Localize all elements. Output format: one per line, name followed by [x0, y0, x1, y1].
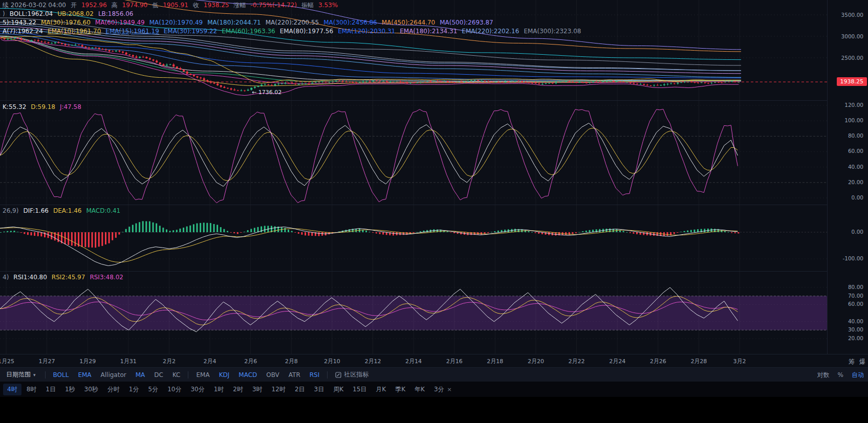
- indicator-alligator-button[interactable]: Alligator: [96, 371, 131, 379]
- header-token: A(7):1962.24: [3, 28, 43, 35]
- timeframe-10分[interactable]: 10分: [163, 384, 185, 395]
- timeframe-月K[interactable]: 月K: [372, 384, 390, 395]
- header-token: EMA(15):1961.19: [105, 28, 159, 35]
- header-token: RSI2:45.97: [52, 274, 85, 281]
- axis-tick-label: 0.00: [852, 229, 863, 235]
- timeframe-30分[interactable]: 30分: [186, 384, 208, 395]
- chip-distribution-toggle[interactable]: 筹: [849, 358, 855, 366]
- sub-indicator-rsi-button[interactable]: RSI: [305, 371, 324, 379]
- time-axis-label: 2月6: [238, 358, 263, 365]
- rsi-panel[interactable]: [0, 271, 827, 354]
- header-token: RSI3:48.02: [90, 274, 123, 281]
- header-token: 续 2026-03-02 04:00: [3, 2, 66, 9]
- scale-option-对数[interactable]: 对数: [817, 371, 830, 380]
- header-token: EMA(220):2202.16: [462, 28, 519, 35]
- indicator-ema-button[interactable]: EMA: [73, 371, 96, 379]
- timeframe-2时[interactable]: 2时: [229, 384, 247, 395]
- axis-tick-label: 20.00: [848, 335, 863, 341]
- header-token: EMA(300):2323.08: [524, 28, 581, 35]
- indicator-ma-button[interactable]: MA: [131, 371, 150, 379]
- header-row-boll: )BOLL:1962.04UB:2068.02LB:1856.06: [3, 10, 585, 18]
- rsi-header: 4)RSI1:40.80RSI2:45.97RSI3:48.02: [3, 273, 128, 282]
- header-token: 1905.91: [163, 2, 188, 9]
- timeframe-3分[interactable]: 3分: [430, 384, 448, 395]
- time-axis-label: 2月8: [279, 358, 303, 365]
- axis-tick-label: 70.00: [848, 293, 863, 299]
- timeframe-30秒[interactable]: 30秒: [80, 384, 102, 395]
- header-token: ): [3, 10, 5, 17]
- header-token: K:55.32: [3, 103, 26, 110]
- header-token: EMA(80):1977.56: [280, 28, 333, 35]
- header-token: 1938.25: [204, 2, 229, 9]
- header-token: EMA(180):2134.31: [400, 28, 457, 35]
- kdj-header: K:55.32D:59.18J:47.58: [3, 103, 86, 112]
- time-axis-label: 2月4: [198, 358, 222, 365]
- time-axis-label: 2月12: [361, 358, 385, 365]
- header-token: MA(120):1970.49: [149, 19, 203, 26]
- macd-header: 26,9)DIF:1.66DEA:1.46MACD:0.41: [3, 207, 125, 215]
- sub-indicator-atr-button[interactable]: ATR: [284, 371, 305, 379]
- kdj-panel[interactable]: [0, 100, 827, 205]
- header-token: EMA(60):1963.36: [222, 28, 275, 35]
- header-token: EMA(10):1961.70: [48, 28, 101, 35]
- indicator-dc-button[interactable]: DC: [149, 371, 168, 379]
- header-token: 1952.96: [81, 2, 107, 9]
- header-token: 5):1943.22: [3, 19, 36, 26]
- price-axis[interactable]: 1938.25 3500.003000.002500.00120.00100.0…: [827, 0, 868, 354]
- time-axis-label: 2月24: [605, 358, 630, 365]
- timeframe-1时[interactable]: 1时: [210, 384, 228, 395]
- axis-tick-label: 60.00: [848, 301, 863, 307]
- header-token: DEA:1.46: [53, 207, 82, 214]
- timeframe-分时[interactable]: 分时: [103, 384, 124, 395]
- timeframe-15日[interactable]: 15日: [349, 384, 371, 395]
- axis-tick-label: 120.00: [844, 102, 863, 108]
- sub-indicator-ema-button[interactable]: EMA: [191, 371, 214, 379]
- header-row-ma: 5):1943.22MA(30):1976.60MA(60):1949.49MA…: [3, 18, 585, 27]
- timeframe-3日[interactable]: 3日: [310, 384, 329, 395]
- axis-tick-label: -100.00: [842, 255, 863, 261]
- timeframe-2日[interactable]: 2日: [291, 384, 309, 395]
- timeframe-季K[interactable]: 季K: [391, 384, 409, 395]
- timeframe-年K[interactable]: 年K: [410, 384, 429, 395]
- community-indicators-button[interactable]: 社区指标: [331, 370, 373, 379]
- indicator-boll-button[interactable]: BOLL: [49, 371, 74, 379]
- timeframe-1日[interactable]: 1日: [41, 384, 60, 395]
- header-token: 1974.90: [122, 2, 148, 9]
- sub-indicator-kdj-button[interactable]: KDJ: [214, 371, 234, 379]
- header-token: UB:2068.02: [57, 10, 94, 17]
- timeframe-3时[interactable]: 3时: [248, 384, 267, 395]
- sub-indicator-obv-button[interactable]: OBV: [262, 371, 284, 379]
- time-axis-label: 1月31: [116, 358, 141, 365]
- close-timeframe-icon[interactable]: ×: [447, 386, 452, 393]
- header-token: 低: [152, 2, 158, 9]
- timeframe-4时[interactable]: 4时: [3, 384, 21, 395]
- header-token: MACD:0.41: [86, 207, 121, 214]
- chart-area[interactable]: ← 1736.02 续 2026-03-02 04:00开1952.96高197…: [0, 0, 868, 367]
- axis-tick-label: 30.00: [848, 326, 863, 332]
- timeframe-1分[interactable]: 1分: [125, 384, 143, 395]
- axis-tick-label: 3000.00: [841, 33, 863, 39]
- header-token: 收: [193, 2, 199, 9]
- header-token: 开: [71, 2, 77, 9]
- liquidation-toggle[interactable]: 爆: [859, 358, 865, 366]
- time-axis-label: 2月22: [565, 358, 589, 365]
- chevron-down-icon: ▾: [33, 372, 36, 377]
- time-axis-label: 3月2: [727, 358, 752, 365]
- header-row-ohlc: 续 2026-03-02 04:00开1952.96高1974.90低1905.…: [3, 1, 585, 10]
- timeframe-1秒[interactable]: 1秒: [61, 384, 79, 395]
- header-token: EMA(120):2030.31: [338, 28, 395, 35]
- scale-option-自动[interactable]: 自动: [852, 371, 864, 380]
- time-axis-label: 1月29: [75, 358, 100, 365]
- time-axis[interactable]: 筹 爆 1月251月271月291月312月22月42月62月82月102月12…: [0, 354, 868, 367]
- axis-tick-label: 20.00: [848, 179, 863, 185]
- indicator-kc-button[interactable]: KC: [168, 371, 185, 379]
- timeframe-周K[interactable]: 周K: [329, 384, 348, 395]
- timeframe-5分[interactable]: 5分: [144, 384, 162, 395]
- date-range-dropdown[interactable]: 日期范围 ▾: [0, 370, 42, 379]
- timeframe-12时[interactable]: 12时: [268, 384, 290, 395]
- scale-option-%[interactable]: %: [838, 371, 843, 379]
- indicator-toolbar: 日期范围 ▾ BOLLEMAAlligatorMADCKC EMAKDJMACD…: [0, 367, 868, 382]
- timeframe-8时[interactable]: 8时: [23, 384, 41, 395]
- sub-indicator-macd-button[interactable]: MACD: [234, 371, 262, 379]
- axis-tick-label: 40.00: [848, 164, 863, 170]
